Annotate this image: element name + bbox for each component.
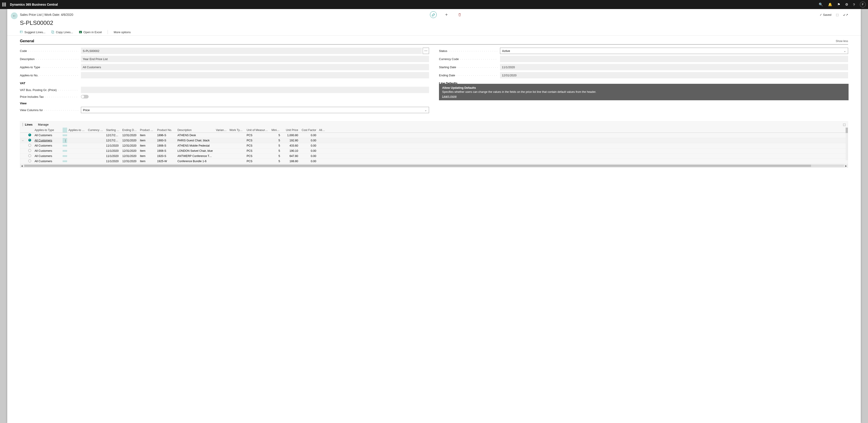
cell-applies-to-type[interactable]: All Customers xyxy=(33,159,63,164)
ending-date-field[interactable] xyxy=(500,72,848,78)
cell-unit-price[interactable]: 190.10 xyxy=(281,149,300,153)
cell-uom[interactable]: PCS xyxy=(245,143,270,148)
cell-starting-date[interactable]: 11/1/2020 xyxy=(105,159,121,164)
col-allow-line-disc[interactable]: Allow Line Disc. xyxy=(318,128,328,133)
table-row[interactable]: All Customers12/17/202012/31/2020Item189… xyxy=(20,133,848,138)
cell-cost-factor[interactable]: 0.00 xyxy=(300,149,318,153)
cell-currency-code[interactable] xyxy=(87,160,105,162)
cell-applies-to-no[interactable] xyxy=(67,139,87,141)
cell-allow-line-disc[interactable] xyxy=(318,155,328,157)
cell-allow-line-disc[interactable] xyxy=(318,139,328,141)
cell-ending-date[interactable]: 12/31/2020 xyxy=(121,159,138,164)
cell-min-qty[interactable]: 5 xyxy=(270,138,281,143)
row-select-radio[interactable] xyxy=(28,154,31,157)
applies-to-no-field[interactable] xyxy=(81,72,429,78)
back-button[interactable]: ← xyxy=(11,12,18,19)
avatar[interactable]: F xyxy=(860,2,866,7)
col-applies-to-no[interactable]: Applies-to No. xyxy=(67,128,87,133)
row-menu-button[interactable] xyxy=(63,160,67,162)
cell-currency-code[interactable] xyxy=(87,139,105,141)
vertical-scrollbar[interactable] xyxy=(846,128,848,160)
cell-applies-to-no[interactable] xyxy=(67,155,87,157)
row-select-radio[interactable] xyxy=(28,133,31,136)
cell-variant-code[interactable] xyxy=(215,150,228,152)
cell-uom[interactable]: PCS xyxy=(245,138,270,143)
cell-min-qty[interactable]: 5 xyxy=(270,149,281,153)
row-select-radio[interactable] xyxy=(28,139,31,141)
cell-unit-price[interactable]: 188.80 xyxy=(281,159,300,164)
col-description[interactable]: Description xyxy=(176,128,215,133)
cell-starting-date[interactable]: 11/1/2020 xyxy=(105,143,121,148)
cell-allow-line-disc[interactable] xyxy=(318,145,328,147)
applies-to-type-field[interactable] xyxy=(81,64,429,70)
tooltip-learn-more-link[interactable]: Learn more xyxy=(442,95,845,98)
cell-product-no[interactable]: 1900-S xyxy=(156,138,176,143)
cell-applies-to-no[interactable] xyxy=(67,150,87,152)
lines-tab[interactable]: Lines xyxy=(22,123,33,126)
table-row[interactable]: →All Customers⋮12/17/202012/31/2020Item1… xyxy=(20,138,848,143)
cell-variant-code[interactable] xyxy=(215,155,228,157)
cell-product-type[interactable]: Item xyxy=(138,143,156,148)
row-menu-button[interactable] xyxy=(63,150,67,152)
cell-ending-date[interactable]: 12/31/2020 xyxy=(121,138,138,143)
col-min-qty[interactable]: Minimum Quantity xyxy=(270,128,281,133)
cell-work-type-code[interactable] xyxy=(228,134,245,136)
settings-icon[interactable]: ⚙ xyxy=(845,2,848,6)
cell-work-type-code[interactable] xyxy=(228,155,245,157)
cell-applies-to-type[interactable]: All Customers xyxy=(33,154,63,159)
copy-lines-action[interactable]: Copy Lines... xyxy=(51,31,73,34)
vat-posting-gr-field[interactable] xyxy=(81,87,429,93)
cell-unit-price[interactable]: 1,000.80 xyxy=(281,133,300,138)
cell-starting-date[interactable]: 12/17/2020 xyxy=(105,133,121,138)
description-field[interactable] xyxy=(81,56,429,62)
cell-unit-price[interactable]: 433.60 xyxy=(281,143,300,148)
cell-applies-to-type[interactable]: All Customers xyxy=(33,138,63,143)
app-launcher-icon[interactable] xyxy=(2,3,6,6)
flag-icon[interactable]: ⚑ xyxy=(837,2,840,6)
cell-cost-factor[interactable]: 0.00 xyxy=(300,138,318,143)
cell-cost-factor[interactable]: 0.00 xyxy=(300,143,318,148)
maximize-lines-icon[interactable]: ⬚ xyxy=(843,123,846,126)
col-variant-code[interactable]: Variant Code xyxy=(215,128,228,133)
cell-ending-date[interactable]: 12/31/2020 xyxy=(121,143,138,148)
row-menu-button[interactable]: ⋮ xyxy=(63,138,67,143)
cell-currency-code[interactable] xyxy=(87,155,105,157)
row-select-radio[interactable] xyxy=(28,159,31,162)
currency-code-field[interactable] xyxy=(500,56,848,62)
cell-description[interactable]: ATHENS Mobile Pedestal xyxy=(176,143,215,148)
cell-ending-date[interactable]: 12/31/2020 xyxy=(121,149,138,153)
cell-product-type[interactable]: Item xyxy=(138,133,156,138)
col-starting-date[interactable]: Starting Date xyxy=(105,128,121,133)
cell-currency-code[interactable] xyxy=(87,150,105,152)
cell-product-type[interactable]: Item xyxy=(138,149,156,153)
cell-currency-code[interactable] xyxy=(87,145,105,147)
cell-applies-to-type[interactable]: All Customers xyxy=(33,133,63,138)
col-cost-factor[interactable]: Cost Factor xyxy=(300,128,318,133)
cell-cost-factor[interactable]: 0.00 xyxy=(300,154,318,159)
edit-button[interactable] xyxy=(430,11,437,18)
cell-work-type-code[interactable] xyxy=(228,145,245,147)
cell-variant-code[interactable] xyxy=(215,139,228,141)
col-unit-price[interactable]: Unit Price xyxy=(281,128,300,133)
manage-menu[interactable]: Manage xyxy=(38,123,49,126)
cell-product-no[interactable]: 1908-S xyxy=(156,149,176,153)
cell-allow-line-disc[interactable] xyxy=(318,150,328,152)
cell-min-qty[interactable]: 5 xyxy=(270,154,281,159)
cell-description[interactable]: ANTWERP Conference Table xyxy=(176,154,215,159)
expand-icon[interactable]: ⬚ xyxy=(836,13,839,17)
cell-product-type[interactable]: Item xyxy=(138,138,156,143)
col-ending-date[interactable]: Ending Date xyxy=(121,128,138,133)
row-select-radio[interactable] xyxy=(28,149,31,152)
cell-work-type-code[interactable] xyxy=(228,160,245,162)
cell-starting-date[interactable]: 11/1/2020 xyxy=(105,149,121,153)
row-menu-button[interactable] xyxy=(63,155,67,157)
cell-ending-date[interactable]: 12/31/2020 xyxy=(121,133,138,138)
col-unit-of-measure[interactable]: Unit of Measure Code xyxy=(245,128,270,133)
cell-product-type[interactable]: Item xyxy=(138,159,156,164)
cell-description[interactable]: PARIS Guest Chair, black xyxy=(176,138,215,143)
cell-work-type-code[interactable] xyxy=(228,150,245,152)
cell-uom[interactable]: PCS xyxy=(245,149,270,153)
code-lookup-button[interactable]: ⋯ xyxy=(423,47,429,54)
table-row[interactable]: All Customers11/1/202012/31/2020Item1920… xyxy=(20,154,848,159)
cell-variant-code[interactable] xyxy=(215,160,228,162)
